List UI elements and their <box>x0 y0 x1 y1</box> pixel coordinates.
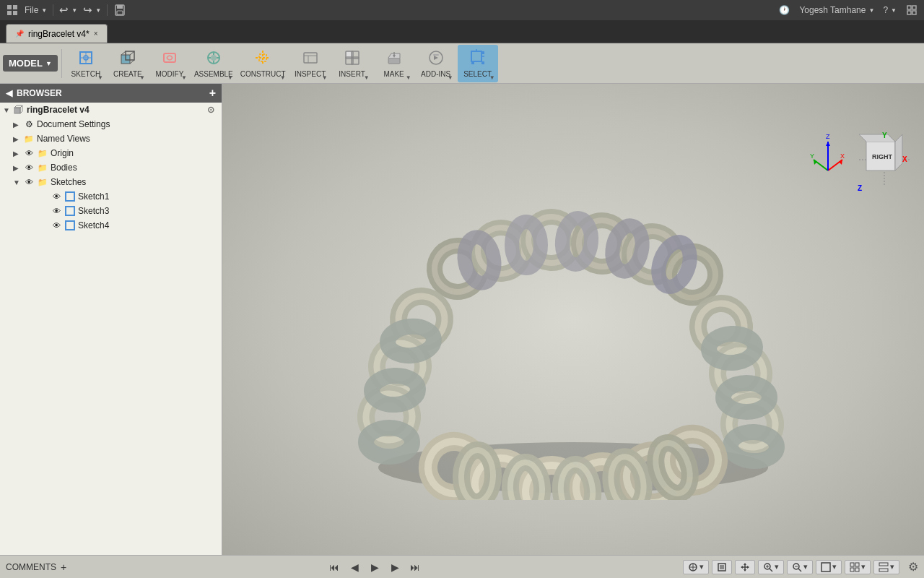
browser-tree: ▼ ringBracelet v4 ⊙ ▶ Document S <box>0 103 222 555</box>
sketch3-item[interactable]: ▶ Sketch3 <box>0 204 222 218</box>
svg-text:Y: Y <box>810 152 814 160</box>
doc-settings-item[interactable]: ▶ Document Settings <box>0 117 222 131</box>
help-button[interactable]: ? ▼ <box>883 5 897 15</box>
doc-settings-arrow: ▶ <box>13 121 23 129</box>
origin-item[interactable]: ▶ Origin <box>0 146 222 160</box>
sketches-eye-icon <box>23 176 35 188</box>
assemble-tool[interactable]: ASSEMBLE ▼ <box>191 45 236 82</box>
addins-tool[interactable]: ADD-INS ▼ <box>416 45 456 82</box>
doc-settings-label: Document Settings <box>37 119 219 129</box>
next-frame-button[interactable]: ▶ <box>386 558 404 576</box>
tab-close-icon[interactable]: × <box>94 30 98 38</box>
svg-rect-7 <box>907 6 911 9</box>
svg-rect-10 <box>912 11 916 14</box>
tab-bar: 📌 ringBracelet v4* × <box>0 20 924 43</box>
svg-rect-44 <box>481 61 484 64</box>
modify-arrow: ▼ <box>181 74 187 81</box>
named-views-item[interactable]: ▶ Named Views <box>0 131 222 146</box>
svg-rect-9 <box>907 11 911 14</box>
play-button[interactable]: ▶ <box>366 558 383 576</box>
svg-rect-43 <box>481 51 484 54</box>
create-icon <box>119 49 136 69</box>
svg-rect-131 <box>720 565 724 569</box>
user-menu[interactable]: Yogesh Tamhane ▼ <box>799 5 874 15</box>
prev-frame-button[interactable]: ◀ <box>346 558 363 576</box>
create-tool[interactable]: CREATE ▼ <box>108 45 148 82</box>
construct-tool[interactable]: CONSTRUCT ▼ <box>237 45 289 82</box>
bodies-item[interactable]: ▶ Bodies <box>0 160 222 175</box>
view-options-tool[interactable]: ▾ <box>873 560 899 574</box>
clock-icon[interactable]: 🕐 <box>777 4 790 17</box>
insert-tool[interactable]: INSERT ▼ <box>332 45 372 82</box>
comments-add-icon[interactable]: + <box>61 561 66 573</box>
settings-icon-bar[interactable]: ⚙ <box>908 560 918 574</box>
top-bar: File ▼ ↩ ▼ ↪ ▼ 🕐 Yogesh Tamhane ▼ ? <box>0 0 924 20</box>
inspect-tool[interactable]: INSPECT ▼ <box>290 45 331 82</box>
svg-text:X: X <box>902 155 907 163</box>
svg-text:Z: Z <box>858 184 862 192</box>
tree-root[interactable]: ▼ ringBracelet v4 ⊙ <box>0 103 222 117</box>
svg-rect-143 <box>821 563 830 571</box>
viewport[interactable]: RIGHT X Y Z X Y Z <box>222 84 924 555</box>
sketches-label: Sketches <box>51 177 219 187</box>
sketch1-item[interactable]: ▶ Sketch1 <box>0 189 222 204</box>
sketches-arrow: ▼ <box>13 178 23 186</box>
browser-collapse-icon[interactable]: ◀ <box>6 88 12 98</box>
svg-text:X: X <box>840 152 845 160</box>
sketch-tool[interactable]: SKETCH ▼ <box>66 45 106 82</box>
origin-eye-icon <box>23 147 35 159</box>
svg-rect-1 <box>13 5 17 9</box>
app-grid-icon[interactable] <box>6 4 19 17</box>
file-button[interactable]: File ▼ <box>25 5 47 15</box>
sketch1-icon <box>64 191 76 202</box>
sketch4-item[interactable]: ▶ Sketch4 <box>0 218 222 233</box>
expand-icon[interactable] <box>905 4 918 17</box>
browser-header: ◀ BROWSER + <box>0 84 222 103</box>
bodies-arrow: ▶ <box>13 164 23 172</box>
make-tool[interactable]: MAKE ▼ <box>374 45 414 82</box>
root-settings-icon[interactable]: ⊙ <box>205 104 217 116</box>
sketches-item[interactable]: ▼ Sketches <box>0 175 222 189</box>
sidebar: ◀ BROWSER + ▼ ringBracelet v4 <box>0 84 222 555</box>
make-arrow: ▼ <box>406 74 411 81</box>
sketch1-label: Sketch1 <box>78 191 219 202</box>
active-tab[interactable]: 📌 ringBracelet v4* × <box>6 24 108 43</box>
display-mode-tool[interactable]: ▾ <box>816 560 842 574</box>
svg-text:Z: Z <box>826 133 830 140</box>
save-icon[interactable] <box>113 4 126 17</box>
sketches-folder-icon <box>37 176 48 188</box>
named-views-label: Named Views <box>37 134 219 144</box>
comments-label: COMMENTS <box>6 562 56 572</box>
model-button[interactable]: MODEL ▼ <box>3 55 58 72</box>
grid-tool[interactable]: ▾ <box>845 560 871 574</box>
last-frame-button[interactable]: ⏭ <box>406 558 424 576</box>
addins-label: ADD-INS <box>421 70 450 78</box>
viewcube[interactable]: RIGHT X Y Z <box>852 127 917 192</box>
first-frame-button[interactable]: ⏮ <box>326 558 343 576</box>
zoom-out-tool[interactable]: ▾ <box>787 560 813 574</box>
construct-icon <box>254 49 271 69</box>
pan-orbit-tool[interactable]: ▾ <box>683 560 709 574</box>
separator-2 <box>107 4 108 16</box>
svg-rect-2 <box>7 11 12 15</box>
svg-rect-148 <box>879 563 888 566</box>
browser-add-icon[interactable]: + <box>209 87 216 100</box>
sketch4-label: Sketch4 <box>78 220 219 230</box>
bodies-eye-icon <box>23 162 35 173</box>
svg-marker-123 <box>826 142 830 146</box>
pan-tool[interactable] <box>735 560 755 574</box>
doc-settings-gear-icon <box>23 118 35 130</box>
modify-tool[interactable]: MODIFY ▼ <box>149 45 190 82</box>
fit-tool[interactable] <box>712 560 732 574</box>
origin-folder-icon <box>37 147 48 159</box>
bottom-bar: COMMENTS + ⏮ ◀ ▶ ▶ ⏭ ▾ ▾ ▾ ▾ <box>0 555 924 578</box>
svg-rect-0 <box>7 5 12 9</box>
select-tool[interactable]: SELECT ▼ <box>458 45 498 82</box>
undo-button[interactable]: ↩ ▼ <box>59 4 77 17</box>
redo-button[interactable]: ↪ ▼ <box>83 4 101 17</box>
create-arrow: ▼ <box>139 74 145 81</box>
comments-section: COMMENTS + <box>6 561 66 573</box>
sketch1-eye-icon <box>51 191 62 202</box>
zoom-in-tool[interactable]: ▾ <box>758 560 784 574</box>
svg-text:Y: Y <box>882 131 887 139</box>
